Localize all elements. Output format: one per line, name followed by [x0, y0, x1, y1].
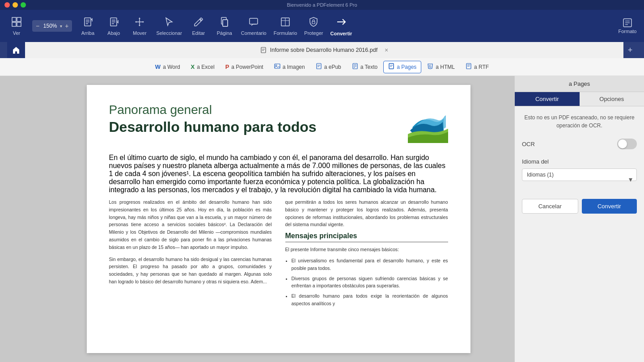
doc-tab-title: Informe sobre Desarrollo Humano 2016.pdf — [270, 47, 377, 53]
pdf-col-right: que permitirán a todos los seres humanos… — [285, 198, 448, 310]
pdf-header: Panorama general Desarrollo humano para … — [109, 103, 448, 145]
convert-button[interactable]: Convertir — [582, 199, 637, 214]
powerpoint-icon: P — [225, 63, 229, 70]
panel-actions: Cancelar Convertir — [522, 199, 637, 214]
minimize-button[interactable] — [13, 2, 18, 8]
zoom-dropdown-icon[interactable]: ▾ — [60, 24, 62, 29]
toolbar-ver[interactable]: Ver — [4, 13, 29, 39]
pdf-page: Panorama general Desarrollo humano para … — [87, 85, 470, 353]
convertir-icon — [335, 16, 347, 29]
cancel-button[interactable]: Cancelar — [522, 199, 578, 214]
pdf-content-area[interactable]: Panorama general Desarrollo humano para … — [42, 76, 514, 362]
svg-rect-1 — [17, 17, 21, 21]
convert-word-button[interactable]: W a Word — [150, 61, 185, 73]
toolbar-seleccionar[interactable]: Seleccionar — [153, 13, 184, 39]
abajo-icon — [108, 17, 119, 29]
traffic-lights — [4, 2, 26, 8]
pdf-col-left: Los progresos realizados en el ámbito de… — [109, 198, 272, 310]
toolbar-formulario[interactable]: Formulario — [271, 13, 300, 39]
mensajes-item-3: El desarrollo humano para todos exige la… — [292, 292, 448, 307]
new-tab-button[interactable]: + — [623, 42, 637, 58]
svg-rect-38 — [389, 63, 394, 69]
zoom-plus-button[interactable]: + — [64, 22, 69, 29]
document-tab[interactable]: Informe sobre Desarrollo Humano 2016.pdf… — [25, 42, 623, 58]
formulario-icon — [280, 17, 291, 29]
tab-close-button[interactable]: × — [385, 46, 388, 54]
panel-content: Esto no es un PDF escaneado, no se requi… — [515, 106, 644, 362]
texto-icon — [352, 63, 358, 71]
toolbar-formato[interactable]: Formato — [615, 13, 640, 39]
imagen-label: a Imagen — [283, 64, 305, 70]
arriba-icon — [82, 17, 93, 29]
panel-title: a Pages — [515, 76, 644, 92]
convert-epub-button[interactable]: a ePub — [311, 61, 346, 73]
pages-icon — [388, 63, 394, 71]
panel-tabs: Convertir Opciones — [515, 92, 644, 106]
toolbar-proteger[interactable]: Proteger — [301, 13, 326, 39]
svg-point-30 — [275, 65, 277, 66]
panel-tab-convert[interactable]: Convertir — [515, 92, 580, 106]
convert-powerpoint-button[interactable]: P a PowerPoint — [220, 61, 268, 73]
svg-rect-3 — [17, 22, 21, 26]
powerpoint-label: a PowerPoint — [231, 64, 263, 70]
ver-label: Ver — [13, 30, 21, 36]
toolbar-comentario[interactable]: Comentario — [238, 13, 269, 39]
toolbar-pagina[interactable]: Página — [212, 13, 237, 39]
ocr-row: OCR — [522, 139, 637, 149]
arriba-label: Arriba — [81, 30, 94, 36]
svg-rect-17 — [250, 18, 258, 24]
ocr-toggle[interactable] — [617, 139, 637, 149]
pdf-logo — [408, 103, 448, 145]
convert-pages-button[interactable]: a Pages — [383, 61, 421, 73]
convert-excel-button[interactable]: X a Excel — [186, 61, 220, 73]
idioma-label: Idioma del — [522, 158, 637, 165]
convert-texto-button[interactable]: a Texto — [347, 61, 382, 73]
pdf-two-col: Los progresos realizados en el ámbito de… — [109, 198, 448, 310]
idioma-select-wrapper: Idiomas (1) — [522, 168, 637, 190]
svg-rect-21 — [312, 21, 315, 24]
col-left-p1: Los progresos realizados en el ámbito de… — [109, 198, 272, 251]
pdf-title2: Desarrollo humano para todos — [109, 119, 317, 135]
formulario-label: Formulario — [274, 30, 297, 36]
convert-imagen-button[interactable]: a Imagen — [269, 61, 310, 73]
convert-rtf-button[interactable]: a RTF — [461, 61, 494, 73]
right-panel: a Pages Convertir Opciones Esto no es un… — [514, 76, 644, 362]
col-right-p1: que permitirán a todos los seres humanos… — [285, 198, 448, 228]
abajo-label: Abajo — [107, 30, 120, 36]
texto-label: a Texto — [360, 64, 377, 70]
zoom-control: − 150% ▾ + — [32, 20, 72, 32]
pdf-title-section: Panorama general Desarrollo humano para … — [109, 103, 317, 135]
idioma-select[interactable]: Idiomas (1) — [522, 168, 637, 181]
seleccionar-icon — [164, 17, 174, 29]
ver-icon — [11, 17, 22, 29]
editar-icon — [193, 17, 204, 29]
toolbar-convertir[interactable]: Convertir — [328, 13, 355, 39]
panel-tab-options[interactable]: Opciones — [580, 92, 644, 106]
toolbar-mover[interactable]: Mover — [127, 13, 152, 39]
toolbar-arriba[interactable]: Arriba — [76, 13, 100, 39]
panel-info-text: Esto no es un PDF escaneado, no se requi… — [522, 114, 637, 130]
toolbar-abajo[interactable]: Abajo — [102, 13, 126, 39]
html-label: a HTML — [436, 64, 455, 70]
seleccionar-label: Seleccionar — [156, 30, 182, 36]
excel-label: a Excel — [197, 64, 214, 70]
app-title: Bienvenido a PDFelement 6 Pro — [287, 2, 357, 8]
svg-rect-31 — [317, 63, 321, 69]
maximize-button[interactable] — [21, 2, 26, 8]
comentario-icon — [248, 17, 259, 29]
home-tab[interactable] — [7, 42, 25, 58]
excel-icon: X — [191, 63, 195, 70]
svg-rect-2 — [12, 22, 16, 26]
convert-toolbar: W a Word X a Excel P a PowerPoint a Imag… — [0, 58, 644, 76]
proteger-label: Proteger — [304, 30, 323, 36]
titlebar: Bienvenido a PDFelement 6 Pro — [0, 0, 644, 10]
zoom-value: 150% — [42, 23, 58, 29]
zoom-minus-button[interactable]: − — [35, 22, 40, 29]
toolbar-editar[interactable]: Editar — [186, 13, 211, 39]
convert-html-button[interactable]: a HTML — [422, 61, 460, 73]
close-button[interactable] — [4, 2, 10, 8]
pdf-intro: En el último cuarto de siglo, el mundo h… — [109, 154, 448, 194]
rtf-label: a RTF — [474, 64, 489, 70]
convertir-label: Convertir — [330, 31, 352, 36]
mensajes-intro: El presente Informe transmite cinco mens… — [285, 246, 448, 253]
